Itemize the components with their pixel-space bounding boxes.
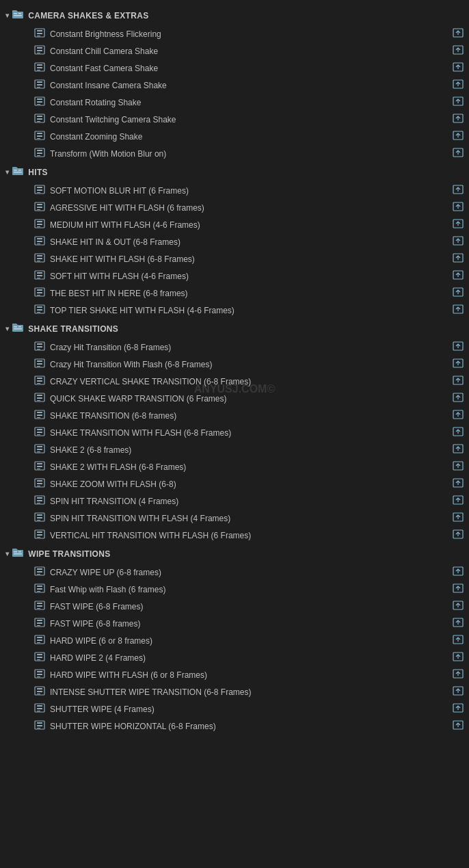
item-action-icon[interactable] bbox=[453, 410, 464, 421]
tree-item[interactable]: Constant Twitching Camera Shake bbox=[0, 111, 469, 128]
tree-item[interactable]: Transform (With Motion Blur on) bbox=[0, 145, 469, 162]
item-action-icon[interactable] bbox=[453, 253, 464, 265]
item-action-icon[interactable] bbox=[453, 341, 464, 353]
tree-item[interactable]: QUICK SHAKE WARP TRANSITION (6 Frames) bbox=[0, 390, 469, 407]
tree-item[interactable]: SHAKE TRANSITION (6-8 frames) bbox=[0, 407, 469, 424]
item-action-icon[interactable] bbox=[453, 376, 464, 387]
item-action-icon[interactable] bbox=[453, 529, 464, 541]
tree-item[interactable]: Constant Zooming Shake bbox=[0, 128, 469, 145]
section-header-shake-transitions[interactable]: ▾ SHAKE TRANSITIONS bbox=[0, 319, 469, 339]
tree-item[interactable]: Constant Brightness Flickering bbox=[0, 25, 469, 42]
tree-item[interactable]: FAST WIPE (6-8 Frames) bbox=[0, 598, 469, 615]
tree-item[interactable]: Crazy Hit Transition (6-8 Frames) bbox=[0, 339, 469, 356]
item-action-icon[interactable] bbox=[453, 635, 464, 646]
item-label: MEDIUM HIT WITH FLASH (4-6 Frames) bbox=[50, 220, 447, 230]
tree-item[interactable]: SHUTTER WIPE HORIZONTAL (6-8 Frames) bbox=[0, 718, 469, 735]
item-action-icon[interactable] bbox=[453, 28, 464, 40]
section-header-hits[interactable]: ▾ HITS bbox=[0, 162, 469, 182]
svg-rect-188 bbox=[37, 688, 42, 689]
svg-rect-25 bbox=[37, 101, 42, 103]
svg-rect-116 bbox=[37, 432, 42, 433]
tree-item[interactable]: HARD WIPE 2 (4 Frames) bbox=[0, 649, 469, 666]
item-label: SHAKE TRANSITION WITH FLASH (6-8 Frames) bbox=[50, 428, 447, 438]
item-action-icon[interactable] bbox=[453, 148, 464, 159]
item-file-icon bbox=[34, 427, 45, 438]
tree-item[interactable]: MEDIUM HIT WITH FLASH (4-6 Frames) bbox=[0, 216, 469, 233]
tree-item[interactable]: Constant Fast Camera Shake bbox=[0, 60, 469, 77]
item-file-icon bbox=[34, 79, 45, 91]
item-action-icon[interactable] bbox=[453, 270, 464, 282]
item-action-icon[interactable] bbox=[453, 131, 464, 142]
item-action-icon[interactable] bbox=[453, 720, 464, 732]
svg-rect-130 bbox=[37, 480, 42, 482]
item-action-icon[interactable] bbox=[453, 478, 464, 490]
svg-rect-175 bbox=[37, 642, 40, 643]
tree-item[interactable]: SHAKE HIT IN & OUT (6-8 Frames) bbox=[0, 233, 469, 250]
item-action-icon[interactable] bbox=[453, 669, 464, 681]
tree-item[interactable]: CRAZY VERTICAL SHAKE TRANSITION (6-8 Fra… bbox=[0, 373, 469, 390]
item-action-icon[interactable] bbox=[453, 427, 464, 438]
tree-item[interactable]: INTENSE SHUTTER WIPE TRANSITION (6-8 Fra… bbox=[0, 683, 469, 700]
item-action-icon[interactable] bbox=[453, 393, 464, 404]
item-action-icon[interactable] bbox=[453, 601, 464, 612]
item-action-icon[interactable] bbox=[453, 444, 464, 456]
item-action-icon[interactable] bbox=[453, 566, 464, 578]
tree-item[interactable]: Constant Insane Camera Shake bbox=[0, 77, 469, 94]
item-action-icon[interactable] bbox=[453, 495, 464, 507]
svg-rect-54 bbox=[37, 209, 40, 210]
item-action-icon[interactable] bbox=[453, 618, 464, 629]
section-header-wipe-transitions[interactable]: ▾ WIPE TRANSITIONS bbox=[0, 544, 469, 564]
item-action-icon[interactable] bbox=[453, 96, 464, 108]
item-action-icon[interactable] bbox=[453, 358, 464, 370]
tree-item[interactable]: FAST WIPE (6-8 frames) bbox=[0, 615, 469, 632]
tree-item[interactable]: SHAKE 2 WITH FLASH (6-8 Frames) bbox=[0, 458, 469, 475]
tree-item[interactable]: SHAKE ZOOM WITH FLASH (6-8) bbox=[0, 475, 469, 492]
tree-item[interactable]: SHUTTER WIPE (4 Frames) bbox=[0, 700, 469, 718]
tree-item[interactable]: SHAKE 2 (6-8 frames) bbox=[0, 441, 469, 458]
item-action-icon[interactable] bbox=[453, 202, 464, 213]
tree-item[interactable]: SPIN HIT TRANSITION (4 Frames) bbox=[0, 492, 469, 510]
item-action-icon[interactable] bbox=[453, 652, 464, 663]
item-label: Constant Rotating Shake bbox=[50, 98, 447, 107]
svg-rect-9 bbox=[37, 47, 42, 49]
tree-item[interactable]: SHAKE TRANSITION WITH FLASH (6-8 Frames) bbox=[0, 424, 469, 441]
svg-rect-16 bbox=[37, 70, 40, 70]
item-action-icon[interactable] bbox=[453, 583, 464, 595]
tree-item[interactable]: VERTICAL HIT TRANSITION WITH FLASH (6 Fr… bbox=[0, 527, 469, 544]
item-action-icon[interactable] bbox=[453, 304, 464, 316]
item-action-icon[interactable] bbox=[453, 287, 464, 299]
tree-item[interactable]: HARD WIPE WITH FLASH (6 or 8 Frames) bbox=[0, 666, 469, 683]
tree-item[interactable]: TOP TIER SHAKE HIT WITH FLASH (4-6 Frame… bbox=[0, 302, 469, 319]
item-action-icon[interactable] bbox=[453, 512, 464, 524]
section-header-camera-shakes[interactable]: ▾ CAMERA SHAKES & EXTRAS bbox=[0, 5, 469, 25]
tree-item[interactable]: Fast Whip with Flash (6 frames) bbox=[0, 581, 469, 598]
item-action-icon[interactable] bbox=[453, 461, 464, 473]
svg-rect-126 bbox=[37, 466, 42, 467]
item-action-icon[interactable] bbox=[453, 236, 464, 248]
tree-item[interactable]: AGRESSIVE HIT WITH FLASH (6 frames) bbox=[0, 199, 469, 216]
item-action-icon[interactable] bbox=[453, 62, 464, 74]
item-action-icon[interactable] bbox=[453, 185, 464, 196]
svg-rect-1 bbox=[18, 13, 21, 14]
item-action-icon[interactable] bbox=[453, 703, 464, 715]
item-label: Constant Brightness Flickering bbox=[50, 29, 447, 39]
tree-item[interactable]: HARD WIPE (6 or 8 frames) bbox=[0, 632, 469, 649]
item-action-icon[interactable] bbox=[453, 686, 464, 698]
tree-item[interactable]: SHAKE HIT WITH FLASH (6-8 Frames) bbox=[0, 250, 469, 267]
tree-item[interactable]: THE BEST HIT IN HERE (6-8 frames) bbox=[0, 285, 469, 302]
item-action-icon[interactable] bbox=[453, 219, 464, 231]
tree-item[interactable]: SPIN HIT TRANSITION WITH FLASH (4 Frames… bbox=[0, 510, 469, 527]
item-file-icon bbox=[34, 478, 45, 490]
tree-item[interactable]: SOFT HIT WITH FLASH (4-6 Frames) bbox=[0, 267, 469, 285]
item-file-icon bbox=[34, 495, 45, 507]
item-file-icon bbox=[34, 566, 45, 578]
item-action-icon[interactable] bbox=[453, 114, 464, 125]
tree-item[interactable]: SOFT MOTION BLUR HIT (6 Frames) bbox=[0, 182, 469, 199]
tree-item[interactable]: Constant Chill Camera Shake bbox=[0, 42, 469, 60]
item-action-icon[interactable] bbox=[453, 45, 464, 57]
tree-item[interactable]: Constant Rotating Shake bbox=[0, 94, 469, 111]
tree-item[interactable]: CRAZY WIPE UP (6-8 frames) bbox=[0, 564, 469, 581]
item-action-icon[interactable] bbox=[453, 79, 464, 91]
item-file-icon bbox=[34, 236, 45, 248]
tree-item[interactable]: Crazy Hit Transition With Flash (6-8 Fra… bbox=[0, 356, 469, 373]
